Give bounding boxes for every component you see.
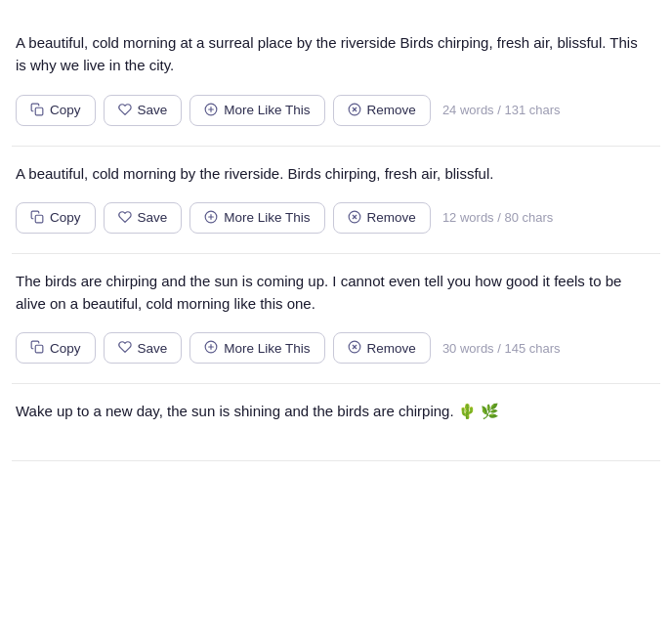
more-like-this-icon — [204, 210, 218, 226]
more-like-this-label: More Like This — [224, 103, 310, 117]
result-text-1: A beautiful, cold morning at a surreal p… — [16, 31, 656, 77]
results-container: A beautiful, cold morning at a surreal p… — [0, 0, 672, 477]
save-icon — [118, 210, 132, 226]
copy-icon — [30, 210, 44, 226]
result-item-1: A beautiful, cold morning at a surreal p… — [12, 16, 660, 147]
save-button-3[interactable]: Save — [104, 332, 183, 364]
svg-rect-0 — [35, 107, 43, 115]
more-like-this-button-2[interactable]: More Like This — [189, 202, 324, 234]
copy-button-3[interactable]: Copy — [16, 332, 96, 364]
result-text-4: Wake up to a new day, the sun is shining… — [16, 400, 656, 422]
svg-rect-7 — [35, 215, 43, 223]
more-like-this-button-1[interactable]: More Like This — [189, 95, 324, 126]
result-text-2: A beautiful, cold morning by the riversi… — [16, 162, 656, 185]
copy-button-2[interactable]: Copy — [16, 202, 96, 234]
copy-icon — [30, 103, 44, 118]
result-item-3: The birds are chirping and the sun is co… — [12, 254, 660, 385]
word-count-3: 30 words / 145 chars — [442, 339, 561, 359]
result-item-2: A beautiful, cold morning by the riversi… — [12, 147, 660, 254]
action-row-2: CopySaveMore Like ThisRemove12 words / 8… — [16, 202, 656, 234]
save-label: Save — [138, 341, 168, 356]
action-row-1: CopySaveMore Like ThisRemove24 words / 1… — [16, 95, 656, 126]
save-button-1[interactable]: Save — [104, 95, 183, 126]
more-like-this-icon — [204, 340, 218, 356]
copy-label: Copy — [50, 210, 81, 225]
save-button-2[interactable]: Save — [104, 202, 183, 234]
save-icon — [118, 103, 132, 118]
save-label: Save — [138, 103, 168, 117]
remove-label: Remove — [367, 341, 416, 356]
word-count-2: 12 words / 80 chars — [442, 208, 553, 228]
copy-button-1[interactable]: Copy — [16, 95, 96, 126]
copy-label: Copy — [50, 103, 81, 117]
copy-icon — [30, 340, 44, 356]
save-label: Save — [138, 210, 168, 225]
remove-button-1[interactable]: Remove — [333, 95, 431, 126]
copy-label: Copy — [50, 341, 81, 356]
remove-icon — [348, 103, 361, 118]
result-item-4: Wake up to a new day, the sun is shining… — [12, 384, 660, 460]
remove-button-3[interactable]: Remove — [333, 332, 431, 364]
svg-rect-14 — [35, 346, 43, 354]
remove-icon — [348, 210, 361, 226]
more-like-this-label: More Like This — [224, 210, 310, 225]
more-like-this-button-3[interactable]: More Like This — [189, 332, 324, 364]
word-count-1: 24 words / 131 chars — [442, 101, 561, 120]
remove-label: Remove — [367, 210, 416, 225]
more-like-this-icon — [204, 103, 218, 118]
remove-button-2[interactable]: Remove — [333, 202, 431, 234]
result-text-3: The birds are chirping and the sun is co… — [16, 270, 656, 316]
more-like-this-label: More Like This — [224, 341, 310, 356]
save-icon — [118, 340, 132, 356]
action-row-3: CopySaveMore Like ThisRemove30 words / 1… — [16, 332, 656, 364]
remove-icon — [348, 340, 361, 356]
remove-label: Remove — [367, 103, 416, 117]
